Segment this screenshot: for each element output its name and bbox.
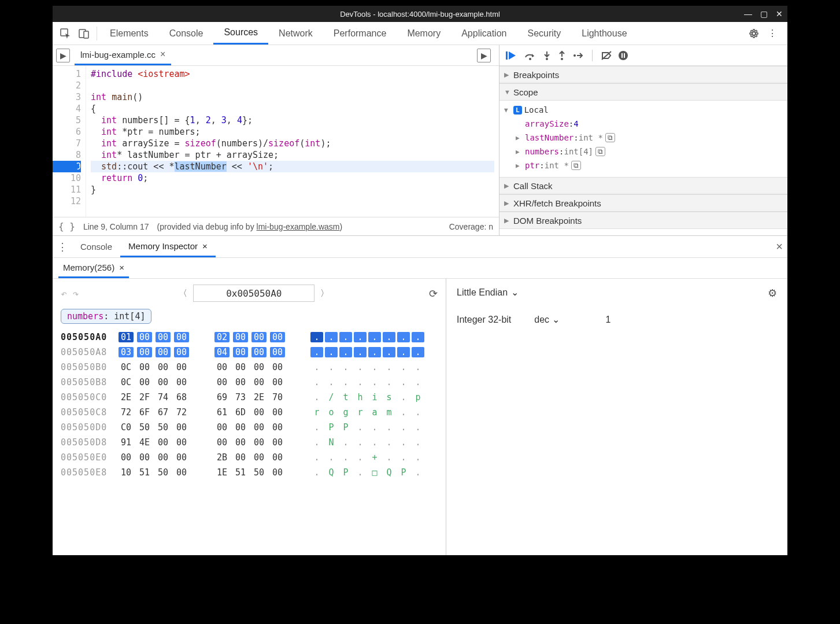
memory-byte[interactable]: 00	[174, 467, 189, 478]
step-icon[interactable]	[572, 50, 584, 61]
memory-byte[interactable]: 70	[270, 392, 285, 403]
tab-security[interactable]: Security	[517, 22, 571, 45]
memory-byte[interactable]: 02	[214, 332, 230, 342]
memory-byte[interactable]: 00	[137, 347, 152, 357]
code-area[interactable]: #include <iostream>int main(){ int numbe…	[86, 66, 499, 217]
memory-settings-icon[interactable]: ⚙	[768, 287, 777, 300]
memory-byte[interactable]: 50	[137, 422, 152, 433]
step-out-icon[interactable]	[557, 50, 567, 61]
history-fwd-icon[interactable]: ↷	[73, 287, 79, 300]
tab-elements[interactable]: Elements	[99, 22, 159, 45]
memory-byte[interactable]: 00	[270, 437, 285, 448]
memory-byte[interactable]: 00	[119, 452, 134, 463]
memory-byte[interactable]: 00	[251, 437, 267, 448]
memory-byte[interactable]: 00	[174, 377, 189, 387]
memory-byte[interactable]: 00	[251, 422, 267, 433]
next-page-icon[interactable]: 〉	[320, 288, 329, 299]
memory-byte[interactable]: 00	[214, 362, 230, 372]
memory-object-chip[interactable]: numbers: int[4]	[61, 309, 151, 324]
memory-byte[interactable]: 6F	[137, 407, 152, 418]
memory-byte[interactable]: 6D	[233, 407, 248, 418]
breakpoints-section[interactable]: ▶Breakpoints	[499, 66, 787, 83]
memory-byte[interactable]: C0	[119, 422, 134, 433]
memory-byte[interactable]: 2E	[251, 392, 267, 403]
memory-byte[interactable]: 00	[270, 407, 285, 418]
memory-byte[interactable]: 00	[156, 347, 171, 357]
memory-byte[interactable]: 00	[270, 467, 285, 478]
memory-byte[interactable]: 00	[214, 437, 230, 448]
memory-byte[interactable]: 51	[233, 467, 248, 478]
memory-byte[interactable]: 00	[137, 377, 152, 387]
pretty-print-icon[interactable]: { }	[58, 221, 75, 232]
scope-var-arraySize[interactable]: arraySize: 4	[504, 117, 783, 131]
memory-byte[interactable]: 00	[270, 452, 285, 463]
show-navigator-icon[interactable]: ▶	[56, 49, 70, 62]
dom-breakpoints-section[interactable]: ▶DOM Breakpoints	[499, 212, 787, 229]
memory-byte[interactable]: 72	[119, 407, 134, 418]
memory-byte[interactable]: 50	[156, 422, 171, 433]
refresh-icon[interactable]: ⟳	[429, 287, 438, 300]
memory-byte[interactable]: 00	[137, 452, 152, 463]
endian-toggle[interactable]: Little Endian ⌄	[457, 287, 768, 298]
scope-var-lastNumber[interactable]: ▶lastNumber: int *⧉	[504, 131, 783, 145]
device-icon[interactable]	[76, 25, 92, 42]
memory-byte[interactable]: 03	[119, 347, 134, 357]
memory-byte[interactable]: 2B	[214, 452, 230, 463]
memory-byte[interactable]: 00	[233, 332, 248, 342]
memory-byte[interactable]: 00	[233, 347, 248, 357]
memory-byte[interactable]: 00	[270, 347, 285, 357]
memory-byte[interactable]: 00	[137, 362, 152, 372]
scope-section[interactable]: ▼Scope	[499, 83, 787, 101]
tab-memory[interactable]: Memory	[397, 22, 451, 45]
close-drawer-tab-icon[interactable]: ×	[202, 241, 208, 251]
drawer-tab-memory-inspector[interactable]: Memory Inspector ×	[120, 236, 216, 257]
memory-byte[interactable]: 00	[270, 332, 285, 342]
scope-local[interactable]: ▼LLocal	[504, 103, 783, 117]
memory-byte[interactable]: 00	[251, 347, 267, 357]
memory-byte[interactable]: 00	[156, 332, 171, 342]
memory-byte[interactable]: 69	[214, 392, 230, 403]
resume-icon[interactable]	[505, 50, 518, 61]
close-memory-tab-icon[interactable]: ×	[119, 263, 124, 272]
memory-byte[interactable]: 0C	[119, 362, 134, 372]
memory-buffer-tab[interactable]: Memory(256) ×	[58, 258, 129, 278]
scope-var-numbers[interactable]: ▶numbers: int[4]⧉	[504, 145, 783, 158]
drawer-tab-console[interactable]: Console	[72, 236, 120, 257]
memory-byte[interactable]: 04	[214, 347, 230, 357]
step-into-icon[interactable]	[542, 50, 552, 61]
deactivate-breakpoints-icon[interactable]	[601, 50, 612, 61]
gear-icon[interactable]	[746, 25, 762, 42]
memory-byte[interactable]: 51	[137, 467, 152, 478]
maximize-icon[interactable]: ▢	[760, 9, 768, 19]
history-back-icon[interactable]: ↶	[61, 287, 67, 300]
memory-byte[interactable]: 00	[233, 362, 248, 372]
memory-byte[interactable]: 00	[251, 377, 267, 387]
tab-network[interactable]: Network	[268, 22, 323, 45]
memory-byte[interactable]: 00	[270, 362, 285, 372]
memory-byte[interactable]: 00	[174, 362, 189, 372]
memory-byte[interactable]: 00	[174, 422, 189, 433]
memory-byte[interactable]: 00	[233, 452, 248, 463]
memory-byte[interactable]: 50	[156, 467, 171, 478]
inspect-icon[interactable]	[57, 25, 73, 42]
memory-byte[interactable]: 00	[233, 377, 248, 387]
memory-byte[interactable]: 67	[156, 407, 171, 418]
line-number-gutter[interactable]: 123456789101112	[53, 66, 86, 217]
memory-byte[interactable]: 00	[174, 347, 189, 357]
memory-byte[interactable]: 00	[174, 332, 189, 342]
memory-byte[interactable]: 0C	[119, 377, 134, 387]
memory-byte[interactable]: 00	[251, 452, 267, 463]
memory-byte[interactable]: 68	[174, 392, 189, 403]
value-format-select[interactable]: dec ⌄	[534, 314, 559, 325]
memory-byte[interactable]: 01	[119, 332, 134, 342]
address-input[interactable]	[193, 285, 314, 302]
callstack-section[interactable]: ▶Call Stack	[499, 177, 787, 194]
minimize-icon[interactable]: —	[744, 9, 752, 19]
memory-byte[interactable]: 1E	[214, 467, 230, 478]
memory-byte[interactable]: 00	[233, 437, 248, 448]
memory-byte[interactable]: 00	[233, 422, 248, 433]
editor-file-tab[interactable]: lmi-bug-example.cc ×	[75, 45, 171, 65]
memory-byte[interactable]: 00	[174, 452, 189, 463]
memory-byte[interactable]: 4E	[137, 437, 152, 448]
memory-byte[interactable]: 00	[251, 407, 267, 418]
